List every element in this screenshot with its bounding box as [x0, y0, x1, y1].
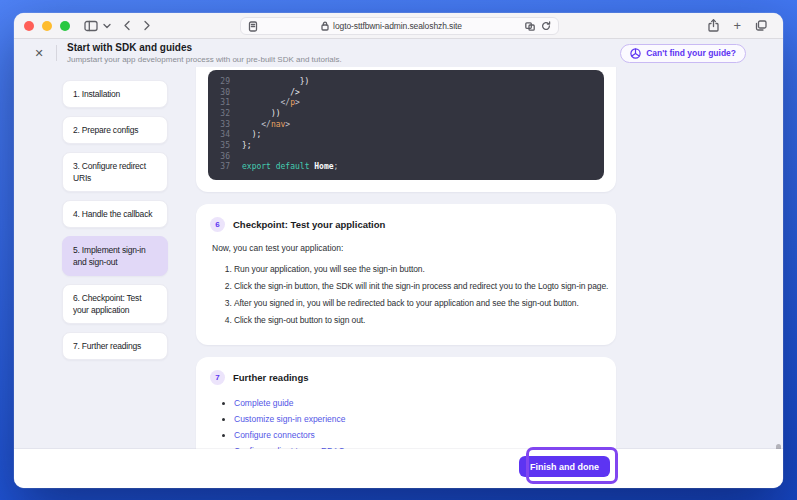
- back-icon[interactable]: [123, 20, 131, 31]
- code-line: 29 }): [208, 76, 604, 87]
- finish-and-done-button[interactable]: Finish and done: [519, 456, 610, 477]
- code-line: 36: [208, 151, 604, 162]
- address-bar[interactable]: logto-sttfbwni-admin.sealoshzh.site: [240, 17, 559, 35]
- lock-icon: [321, 21, 329, 31]
- sidebar-step-item[interactable]: 1. Installation: [62, 80, 168, 108]
- further-reading-link[interactable]: Complete guide: [234, 398, 294, 408]
- further-reading-item: Complete guide: [234, 395, 602, 411]
- checkpoint-title: Checkpoint: Test your application: [233, 219, 385, 230]
- sidebar-step-item[interactable]: 3. Configure redirect URIs: [62, 152, 168, 192]
- code-line: 35};: [208, 140, 604, 151]
- sidebar-step-item[interactable]: 4. Handle the callback: [62, 200, 168, 228]
- checkpoint-intro: Now, you can test your application:: [212, 243, 602, 253]
- modal-title: Start with SDK and guides: [67, 42, 342, 54]
- step-badge: 7: [210, 370, 225, 385]
- guide-modal-body: 1. Installation2. Prepare configs3. Conf…: [14, 67, 783, 449]
- minimize-window-button[interactable]: [42, 21, 52, 31]
- further-reading-link[interactable]: Customize sign-in experience: [234, 414, 346, 424]
- checkpoint-step: After you signed in, you will be redirec…: [234, 295, 602, 312]
- page-settings-icon[interactable]: [248, 21, 258, 32]
- further-reading-item: Configure connectors: [234, 427, 602, 443]
- guide-modal-titles: Start with SDK and guides Jumpstart your…: [67, 42, 342, 64]
- checkpoint-card: 6 Checkpoint: Test your application Now,…: [196, 204, 616, 345]
- checkpoint-step: Run your application, you will see the s…: [234, 261, 602, 278]
- browser-titlebar: logto-sttfbwni-admin.sealoshzh.site +: [14, 13, 783, 39]
- code-line: 32 )): [208, 108, 604, 119]
- url-text: logto-sttfbwni-admin.sealoshzh.site: [333, 21, 462, 31]
- sidebar-step-item[interactable]: 5. Implement sign-in and sign-out: [62, 236, 168, 276]
- cant-find-guide-button[interactable]: Can't find your guide?: [620, 44, 746, 63]
- reload-icon[interactable]: [541, 21, 551, 31]
- checkpoint-steps-list: Run your application, you will see the s…: [234, 261, 602, 329]
- chevron-down-icon[interactable]: [103, 23, 111, 29]
- code-line: 30 />: [208, 87, 604, 98]
- window-controls: [24, 21, 70, 31]
- checkpoint-step: Click the sign-in button, the SDK will i…: [234, 278, 602, 295]
- desktop-background: logto-sttfbwni-admin.sealoshzh.site +: [0, 0, 797, 500]
- tab-overview-icon[interactable]: [755, 20, 767, 31]
- code-block: 29 })30 />31 </p>32 ))33 </nav>34 );35};…: [208, 70, 604, 180]
- guide-modal-header: ✕ Start with SDK and guides Jumpstart yo…: [14, 39, 783, 67]
- further-reading-link[interactable]: Configure connectors: [234, 430, 315, 440]
- new-tab-icon[interactable]: +: [733, 19, 741, 32]
- translate-icon[interactable]: [525, 22, 535, 31]
- close-icon[interactable]: ✕: [32, 47, 46, 60]
- further-readings-title: Further readings: [233, 372, 309, 383]
- zoom-window-button[interactable]: [60, 21, 70, 31]
- close-window-button[interactable]: [24, 21, 34, 31]
- further-readings-card: 7 Further readings Complete guideCustomi…: [196, 357, 616, 449]
- code-card: 29 })30 />31 </p>32 ))33 </nav>34 );35};…: [196, 67, 616, 192]
- further-readings-links: Complete guideCustomize sign-in experien…: [234, 395, 602, 449]
- browser-window: logto-sttfbwni-admin.sealoshzh.site +: [14, 13, 783, 488]
- share-icon[interactable]: [708, 19, 719, 32]
- code-lines: 29 })30 />31 </p>32 ))33 </nav>34 );35};…: [208, 76, 604, 172]
- guide-steps: 1. Installation2. Prepare configs3. Conf…: [62, 67, 168, 449]
- forward-icon[interactable]: [143, 20, 151, 31]
- code-line: 37export default Home;: [208, 162, 604, 173]
- checkpoint-step: Click the sign-out button to sign out.: [234, 312, 602, 329]
- sidebar-toggle-icon[interactable]: [84, 20, 98, 32]
- code-line: 33 </nav>: [208, 119, 604, 130]
- further-reading-item: Customize sign-in experience: [234, 411, 602, 427]
- header-divider: [56, 45, 57, 61]
- guide-content: 29 })30 />31 </p>32 ))33 </nav>34 );35};…: [196, 67, 616, 449]
- sidebar-step-item[interactable]: 6. Checkpoint: Test your application: [62, 284, 168, 324]
- code-line: 34 );: [208, 129, 604, 140]
- guide-box-icon: [630, 48, 641, 59]
- cant-find-guide-label: Can't find your guide?: [646, 48, 736, 58]
- sidebar-step-item[interactable]: 7. Further readings: [62, 332, 168, 360]
- sidebar-step-item[interactable]: 2. Prepare configs: [62, 116, 168, 144]
- code-line: 31 </p>: [208, 97, 604, 108]
- step-badge: 6: [210, 217, 225, 232]
- guide-modal-footer: Finish and done: [14, 449, 783, 488]
- modal-subtitle: Jumpstart your app development process w…: [67, 55, 342, 64]
